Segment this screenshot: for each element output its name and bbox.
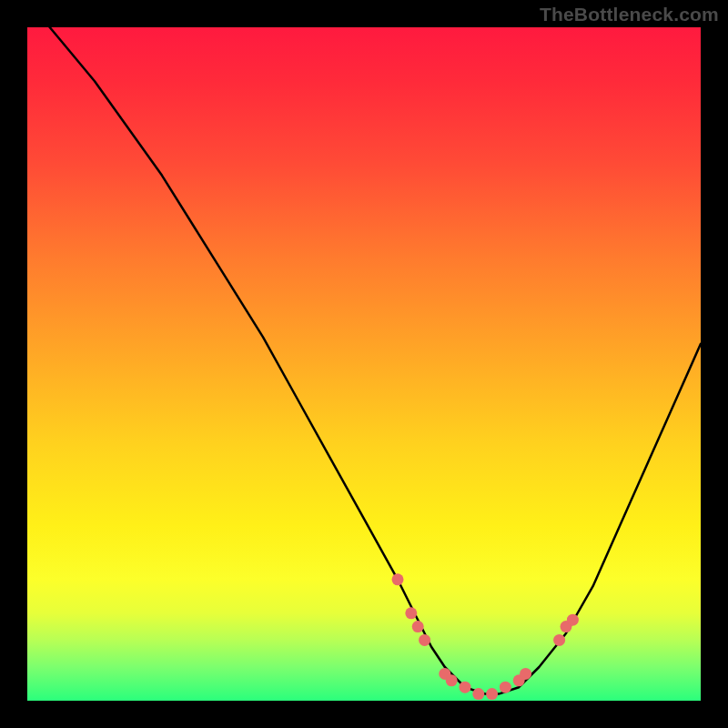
curve-marker [412, 621, 424, 632]
curve-marker [405, 607, 417, 619]
curve-markers [392, 573, 579, 700]
bottleneck-curve [27, 0, 701, 693]
watermark-text: TheBottleneck.com [540, 4, 719, 25]
chart-frame: TheBottleneck.com [0, 0, 728, 728]
curve-marker [520, 668, 531, 680]
curve-marker [446, 674, 458, 686]
curve-marker [419, 634, 430, 646]
bottleneck-curve-svg [27, 27, 701, 701]
curve-marker [392, 573, 404, 585]
curve-marker [460, 682, 471, 693]
curve-marker [567, 614, 579, 626]
curve-marker [500, 682, 511, 693]
curve-marker [486, 688, 498, 700]
curve-marker [553, 634, 565, 646]
plot-area [27, 27, 701, 701]
curve-marker [472, 688, 484, 700]
